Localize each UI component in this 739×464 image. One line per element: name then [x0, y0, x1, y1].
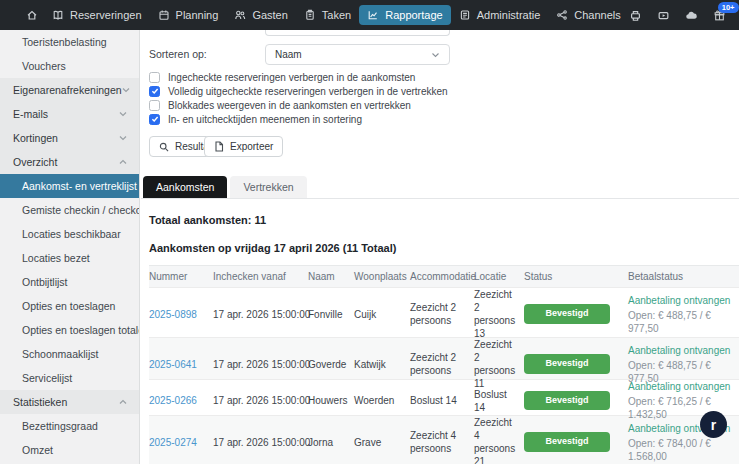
sidebar-item-omzet[interactable]: Omzet	[0, 438, 139, 462]
sidebar-item-toeristenbelasting[interactable]: Toeristenbelasting	[0, 30, 139, 54]
total-arrivals-text: Totaal aankomsten: 11	[149, 214, 266, 226]
guest-name: Jorna	[308, 436, 354, 449]
payment-open-amount: Open: € 784,00 / € 1.568,00	[628, 437, 731, 463]
sort-select[interactable]: Naam	[265, 44, 450, 65]
sidebar-item-vouchers[interactable]: Vouchers	[0, 54, 139, 78]
sidebar-item-schoonmaaklijst[interactable]: Schoonmaaklijst	[0, 342, 139, 366]
sidebar-item-opties-en-toeslagen-totalen[interactable]: Opties en toeslagen totalen	[0, 318, 139, 342]
support-widget-button[interactable]: r	[700, 411, 727, 438]
arrivals-heading: Aankomsten op vrijdag 17 april 2026 (11 …	[149, 242, 396, 254]
location: Boslust 14	[474, 388, 524, 414]
share-network-icon	[556, 9, 568, 21]
nav-item-channels[interactable]: Channels	[548, 5, 628, 25]
column-header-locatie: Locatie	[474, 270, 524, 283]
tab-bar: Aankomsten Vertrekken	[141, 177, 739, 199]
column-header-betaalstatus: Betaalstatus	[628, 270, 739, 283]
reservation-link[interactable]: 2025-0274	[149, 437, 197, 448]
chevron-up-icon	[119, 399, 127, 405]
chart-icon	[367, 9, 379, 21]
sidebar-section-emails[interactable]: E-mails	[0, 102, 139, 126]
sidebar-section-eigenarenafrekeningen[interactable]: Eigenarenafrekeningen	[0, 78, 139, 102]
table-row: 2025-0274 17 apr. 2026 15:00:00 Jorna Gr…	[149, 416, 739, 464]
gift-badge: 10+	[718, 2, 739, 13]
checkbox-row-volledig-uitgecheckte: Volledig uitgecheckte reserveringen verb…	[149, 84, 448, 98]
checkin-from: 17 apr. 2026 15:00:00	[213, 358, 308, 371]
reservation-link[interactable]: 2025-0266	[149, 395, 197, 406]
home-button[interactable]	[20, 5, 44, 25]
checkbox-checked[interactable]	[149, 86, 160, 97]
search-icon	[159, 142, 169, 152]
nav-item-label: Taken	[322, 9, 351, 21]
payment-status-link[interactable]: Aanbetaling ontvangen	[628, 380, 731, 393]
table-row: 2025-0641 17 apr. 2026 15:00:00 Goverde …	[149, 338, 739, 380]
nav-item-reserveringen[interactable]: Reserveringen	[44, 5, 150, 25]
sidebar-item-servicelijst[interactable]: Servicelijst	[0, 366, 139, 390]
payment-open-amount: Open: € 488,75 / € 977,50	[628, 309, 731, 335]
sidebar-section-kortingen[interactable]: Kortingen	[0, 126, 139, 150]
sidebar-section-overzicht[interactable]: Overzicht	[0, 150, 139, 174]
gift-icon[interactable]: 10+	[713, 9, 726, 22]
nav-item-taken[interactable]: Taken	[296, 5, 359, 25]
sidebar-item-ontbijtlijst[interactable]: Ontbijtlijst	[0, 270, 139, 294]
reservation-link[interactable]: 2025-0898	[149, 309, 197, 320]
sidebar-item-bezettingsgraad[interactable]: Bezettingsgraad	[0, 414, 139, 438]
sidebar-item-locaties-bezet[interactable]: Locaties bezet	[0, 246, 139, 270]
nav-item-rapportage[interactable]: Rapportage	[359, 5, 451, 25]
main-content: Sorteren op: Naam Ingecheckte reserverin…	[141, 30, 739, 464]
cloud-icon[interactable]	[685, 9, 698, 22]
nav-item-label: Administratie	[477, 9, 541, 21]
checkbox-row-blokkades: Blokkades weergeven in de aankomsten en …	[149, 98, 411, 112]
select-partial-cutoff[interactable]	[265, 30, 450, 36]
app-window: Reserveringen Planning Gasten Taken Rapp…	[0, 0, 739, 464]
chevron-down-icon	[122, 87, 130, 93]
sidebar: Toeristenbelasting Vouchers Eigenarenafr…	[0, 30, 140, 464]
sort-select-value: Naam	[275, 49, 302, 60]
nav-item-planning[interactable]: Planning	[150, 5, 227, 25]
checkbox-checked[interactable]	[149, 114, 160, 125]
column-header-accommodatie: Accommodatie	[410, 270, 474, 283]
tab-vertrekken[interactable]: Vertrekken	[230, 176, 306, 198]
accommodation: Zeezicht 4 persoons	[410, 429, 474, 455]
chevron-down-icon	[119, 111, 127, 117]
arrivals-table: Nummer Inchecken vanaf Naam Woonplaats A…	[149, 265, 739, 464]
print-icon[interactable]	[629, 9, 642, 22]
users-icon	[234, 9, 246, 21]
chevron-down-icon	[431, 52, 440, 58]
payment-status-link[interactable]: Aanbetaling ontvangen	[628, 344, 731, 357]
column-header-woonplaats: Woonplaats	[354, 270, 410, 283]
clipboard-icon	[304, 9, 316, 21]
book-icon	[52, 9, 64, 21]
video-icon[interactable]	[657, 9, 670, 22]
column-header-nummer: Nummer	[149, 270, 213, 283]
accommodation: Boslust 14	[410, 394, 474, 407]
checkbox-unchecked[interactable]	[149, 72, 160, 83]
guest-city: Cuijk	[354, 308, 410, 321]
guest-city: Katwijk	[354, 358, 410, 371]
tab-aankomsten[interactable]: Aankomsten	[143, 176, 227, 198]
location: Zeezicht 2 persoons 11	[474, 338, 524, 390]
column-header-status: Status	[524, 270, 628, 283]
reservation-link[interactable]: 2025-0641	[149, 359, 197, 370]
sidebar-item-locaties-beschikbaar[interactable]: Locaties beschikbaar	[0, 222, 139, 246]
nav-item-gasten[interactable]: Gasten	[226, 5, 295, 25]
accommodation: Zeezicht 2 persoons	[410, 351, 474, 377]
sidebar-item-aankomst-en-vertreklijst[interactable]: Aankomst- en vertreklijst	[0, 174, 139, 198]
nav-item-label: Rapportage	[385, 9, 443, 21]
column-header-inchecken-vanaf: Inchecken vanaf	[213, 270, 308, 283]
sidebar-item-opties-en-toeslagen[interactable]: Opties en toeslagen	[0, 294, 139, 318]
status-badge: Bevestigd	[524, 391, 610, 411]
table-row: 2025-0266 17 apr. 2026 15:00:00 Houwers …	[149, 380, 739, 416]
chevron-up-icon	[119, 159, 127, 165]
status-badge: Bevestigd	[524, 354, 610, 374]
payment-status-link[interactable]: Aanbetaling ontvangen	[628, 294, 731, 307]
table-header-row: Nummer Inchecken vanaf Naam Woonplaats A…	[149, 266, 739, 288]
guest-name: Houwers	[308, 394, 354, 407]
sort-label: Sorteren op:	[149, 44, 207, 65]
export-button[interactable]: Exporteer	[204, 136, 283, 157]
sidebar-item-gemiste-checkin-checkout[interactable]: Gemiste checkin / checkout	[0, 198, 139, 222]
nav-item-label: Gasten	[252, 9, 287, 21]
nav-item-administratie[interactable]: Administratie	[451, 5, 549, 25]
sidebar-section-statistieken[interactable]: Statistieken	[0, 390, 139, 414]
checkbox-unchecked[interactable]	[149, 100, 160, 111]
top-navbar: Reserveringen Planning Gasten Taken Rapp…	[0, 0, 739, 30]
